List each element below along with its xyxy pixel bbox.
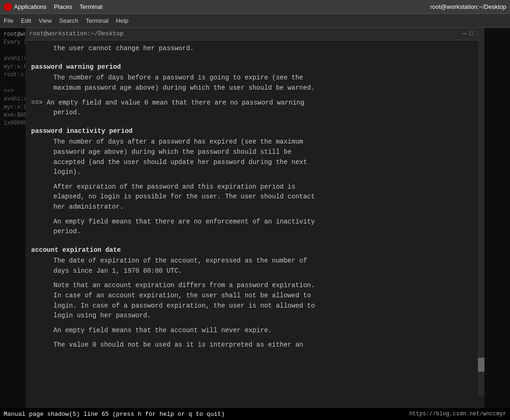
man-text-line: Note that an account expiration differs … (53, 281, 479, 290)
man-text-line: login). (53, 168, 479, 177)
man-text-line: accepted (and the user should update her… (53, 158, 479, 167)
menu-terminal[interactable]: Terminal (86, 17, 109, 24)
man-text-line: In case of an account expiration, the us… (53, 291, 479, 301)
man-blank-line (31, 94, 479, 98)
applications-label: Applications (14, 3, 46, 10)
man-scrollbar[interactable] (478, 28, 484, 396)
redhat-icon (4, 3, 12, 11)
terminal-window: File Edit View Search Terminal Help root… (0, 14, 510, 420)
status-text: Manual page shadow(5) line 65 (press h f… (4, 411, 225, 418)
menu-file[interactable]: File (4, 17, 13, 24)
man-text-line: After expiration of the password and thi… (53, 183, 479, 192)
man-page-header: root@workstation:~/Desktop — □ ✕ (26, 28, 484, 40)
man-text-line: The number of days before a password is … (53, 73, 479, 83)
places-menu[interactable]: Places (54, 3, 72, 10)
terminal-label: Terminal (79, 3, 102, 10)
man-text-line: login. In case of a password expiration,… (53, 302, 479, 311)
man-text-line: The value 0 should not be used as it is … (53, 341, 479, 350)
system-bar: Applications Places Terminal root@workst… (0, 0, 510, 14)
man-text-line: period. (53, 108, 479, 118)
man-text-line: An empty field means that the account wi… (53, 326, 479, 335)
man-blank-line (31, 118, 479, 123)
terminal-menubar: File Edit View Search Terminal Help (0, 14, 510, 28)
man-blank-line (31, 213, 479, 217)
man-text-line: An empty field means that there are no e… (53, 217, 479, 227)
man-text-line: login using her password. (53, 311, 479, 321)
man-blank-line (31, 322, 479, 326)
man-text-line: her administrator. (53, 203, 479, 212)
man-blank-line (31, 276, 479, 281)
man-text-line: days since Jan 1, 1970 00:00 UTC. (53, 267, 479, 276)
man-blank-line (31, 336, 479, 341)
man-page-body[interactable]: the user cannot change her password.pass… (26, 40, 484, 408)
menu-view[interactable]: View (39, 17, 52, 24)
man-blank-line (31, 237, 479, 242)
man-section-heading: password inactivity period (31, 127, 479, 136)
man-section-heading: account expiration date (31, 246, 479, 255)
terminal-menu[interactable]: Terminal (79, 3, 102, 10)
menu-help[interactable]: Help (116, 17, 129, 24)
menu-edit[interactable]: Edit (21, 17, 31, 24)
user-host: root@workstation:~/Desktop (430, 3, 506, 10)
man-text-line: The date of expiration of the account, e… (53, 256, 479, 266)
status-bar: Manual page shadow(5) line 65 (press h f… (0, 408, 510, 420)
terminal-content: root@workstation:~/Desktop Every 30.0s: … (0, 28, 510, 408)
menu-search[interactable]: Search (59, 17, 78, 24)
man-page: root@workstation:~/Desktop — □ ✕ the use… (26, 28, 484, 408)
man-section-heading: password warning period (31, 63, 479, 72)
man-arrow-line: ==> An empty field and value 0 mean that… (31, 98, 479, 108)
man-text-line: the user cannot change her password. (53, 44, 479, 53)
man-text-line: The number of days after a password has … (53, 138, 479, 147)
places-label: Places (54, 3, 72, 10)
man-text-line: maximum password age above) during which… (53, 84, 479, 93)
man-scrollbar-thumb (478, 358, 484, 372)
status-url: https://blog.csdn.net/wnccmyr (409, 411, 506, 417)
man-text-line: elapsed, no login is possible for the us… (53, 192, 479, 202)
man-text-line: period. (53, 227, 479, 236)
applications-menu[interactable]: Applications (4, 3, 46, 11)
man-text-line: password age above) during which the pas… (53, 148, 479, 157)
man-page-header-left: root@workstation:~/Desktop (29, 30, 124, 38)
man-blank-line (31, 178, 479, 183)
man-blank-line (31, 54, 479, 59)
